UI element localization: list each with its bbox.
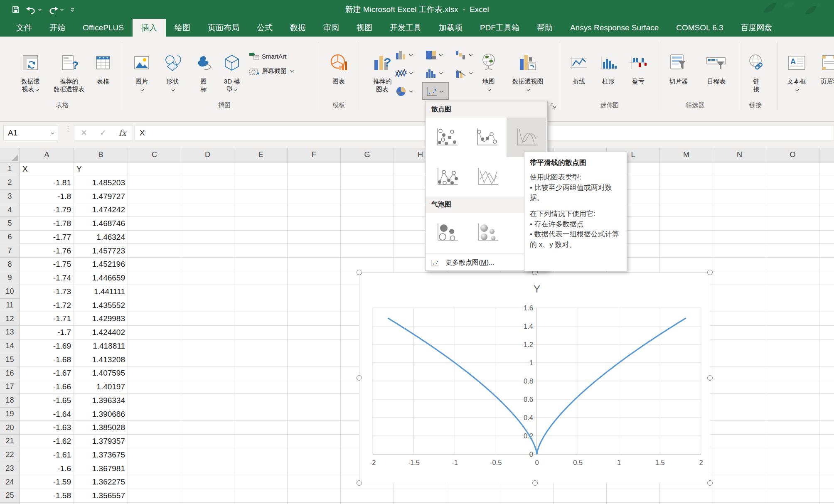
column-header-O[interactable]: O xyxy=(766,148,819,162)
cell-B24[interactable]: 1.362275 xyxy=(74,475,128,489)
tab-审阅[interactable]: 审阅 xyxy=(315,19,348,37)
row-header-14[interactable]: 14 xyxy=(0,339,20,353)
cell-A19[interactable]: -1.64 xyxy=(20,408,74,421)
chart-handle-mid-right[interactable] xyxy=(707,375,713,381)
insert-statistic-chart-button[interactable] xyxy=(425,67,443,79)
cell-B15[interactable]: 1.413208 xyxy=(74,353,128,366)
map-button[interactable]: 地图 xyxy=(476,51,501,93)
tab-页面布局[interactable]: 页面布局 xyxy=(199,19,248,37)
cell-B1[interactable]: Y xyxy=(74,162,128,176)
cell-A3[interactable]: -1.8 xyxy=(20,190,74,203)
row-header-11[interactable]: 11 xyxy=(0,299,20,312)
column-header-A[interactable]: A xyxy=(20,148,74,162)
row-header-17[interactable]: 17 xyxy=(0,380,20,394)
tab-COMSOL 6.3[interactable]: COMSOL 6.3 xyxy=(667,19,732,37)
cell-A23[interactable]: -1.6 xyxy=(20,462,74,475)
column-header-C[interactable]: C xyxy=(128,148,181,162)
row-header-24[interactable]: 24 xyxy=(0,475,20,489)
confirm-entry-button[interactable]: ✓ xyxy=(100,128,106,138)
cell-B16[interactable]: 1.407595 xyxy=(74,366,128,380)
column-header-N[interactable]: N xyxy=(713,148,766,162)
cell-B8[interactable]: 1.452196 xyxy=(74,258,128,271)
3d-models-button[interactable]: 3D 模型 xyxy=(218,51,246,93)
tab-绘图[interactable]: 绘图 xyxy=(166,19,199,37)
row-header-9[interactable]: 9 xyxy=(0,271,20,285)
row-header-6[interactable]: 6 xyxy=(0,231,20,244)
cell-A1[interactable]: X xyxy=(20,162,74,176)
cell-B13[interactable]: 1.424402 xyxy=(74,326,128,339)
tab-百度网盘[interactable]: 百度网盘 xyxy=(732,19,781,37)
scatter-type-bubble-3d[interactable] xyxy=(467,213,507,252)
chart-handle-bottom-right[interactable] xyxy=(707,480,713,486)
cell-A17[interactable]: -1.66 xyxy=(20,380,74,393)
cell-B4[interactable]: 1.474242 xyxy=(74,203,128,216)
cell-A10[interactable]: -1.73 xyxy=(20,285,74,298)
chart-handle-top-right[interactable] xyxy=(707,270,713,275)
charts-dialog-launcher[interactable] xyxy=(549,102,557,110)
chart-handle-bottom-center[interactable] xyxy=(532,480,538,486)
cell-B3[interactable]: 1.479727 xyxy=(74,190,128,203)
header-footer-button[interactable]: 页眉和 xyxy=(815,51,834,85)
embedded-chart[interactable]: -2-1.5-1-0.500.511.5200.20.40.60.811.21.… xyxy=(359,272,710,483)
insert-hierarchy-chart-button[interactable] xyxy=(425,49,443,61)
cell-B2[interactable]: 1.485203 xyxy=(74,176,128,189)
scatter-type-scatter-smooth-markers[interactable] xyxy=(466,118,506,157)
tab-OfficePLUS[interactable]: OfficePLUS xyxy=(74,19,133,37)
row-header-3[interactable]: 3 xyxy=(0,190,20,204)
row-header-23[interactable]: 23 xyxy=(0,462,20,476)
pivot-chart-button[interactable]: 数据透视图 xyxy=(506,51,549,93)
cell-A18[interactable]: -1.65 xyxy=(20,394,74,407)
row-header-2[interactable]: 2 xyxy=(0,176,20,190)
cell-A16[interactable]: -1.67 xyxy=(20,366,74,380)
cell-A11[interactable]: -1.72 xyxy=(20,299,74,312)
row-header-4[interactable]: 4 xyxy=(0,203,20,217)
cell-A22[interactable]: -1.61 xyxy=(20,448,74,462)
cell-B5[interactable]: 1.468746 xyxy=(74,217,128,230)
tab-开发工具[interactable]: 开发工具 xyxy=(381,19,430,37)
row-header-20[interactable]: 20 xyxy=(0,421,20,435)
scatter-type-scatter-smooth[interactable] xyxy=(507,118,546,157)
tab-PDF工具箱[interactable]: PDF工具箱 xyxy=(471,19,528,37)
insert-function-button[interactable]: fx xyxy=(118,128,126,138)
row-header-10[interactable]: 10 xyxy=(0,285,20,299)
column-header-M[interactable]: M xyxy=(660,148,713,162)
cancel-entry-button[interactable]: ✕ xyxy=(81,128,87,138)
insert-combo-chart-button[interactable] xyxy=(455,67,473,79)
chart-template-button[interactable]: 图表 xyxy=(325,51,352,85)
scatter-type-bubble[interactable] xyxy=(426,213,467,252)
icons-button[interactable]: 图标 xyxy=(194,51,214,93)
row-header-22[interactable]: 22 xyxy=(0,448,20,462)
sparkline-line-button[interactable]: 折线 xyxy=(566,51,592,85)
row-header-21[interactable]: 21 xyxy=(0,435,20,448)
chart-handle-top-left[interactable] xyxy=(357,270,362,275)
column-header-D[interactable]: D xyxy=(181,148,234,162)
scatter-type-scatter-straight[interactable] xyxy=(467,157,507,197)
scatter-type-scatter[interactable] xyxy=(426,118,466,157)
cell-A6[interactable]: -1.77 xyxy=(20,231,74,244)
tab-公式[interactable]: 公式 xyxy=(248,19,281,37)
pivot-table-button[interactable]: 数据透视表 xyxy=(12,51,48,93)
column-header-G[interactable]: G xyxy=(341,148,394,162)
column-header-F[interactable]: F xyxy=(288,148,341,162)
picture-button[interactable]: 图片 xyxy=(130,51,154,93)
insert-column-chart-button[interactable] xyxy=(395,49,413,61)
chart-handle-mid-left[interactable] xyxy=(357,375,362,381)
column-header-E[interactable]: E xyxy=(234,148,288,162)
tab-加载项[interactable]: 加载项 xyxy=(430,19,471,37)
cell-A12[interactable]: -1.71 xyxy=(20,312,74,325)
row-header-18[interactable]: 18 xyxy=(0,394,20,408)
cell-B7[interactable]: 1.457723 xyxy=(74,244,128,258)
link-button[interactable]: 链接 xyxy=(745,51,768,93)
cell-B22[interactable]: 1.373675 xyxy=(74,448,128,462)
column-header-B[interactable]: B xyxy=(74,148,128,162)
tab-开始[interactable]: 开始 xyxy=(41,19,74,37)
tab-Ansys Response Surface[interactable]: Ansys Response Surface xyxy=(561,19,667,37)
slicer-button[interactable]: 切片器 xyxy=(664,51,693,85)
row-header-5[interactable]: 5 xyxy=(0,217,20,231)
cell-A20[interactable]: -1.63 xyxy=(20,421,74,434)
cell-B14[interactable]: 1.418811 xyxy=(74,339,128,353)
cell-A2[interactable]: -1.81 xyxy=(20,176,74,189)
tab-帮助[interactable]: 帮助 xyxy=(528,19,561,37)
cell-B18[interactable]: 1.396334 xyxy=(74,394,128,407)
row-header-13[interactable]: 13 xyxy=(0,326,20,339)
